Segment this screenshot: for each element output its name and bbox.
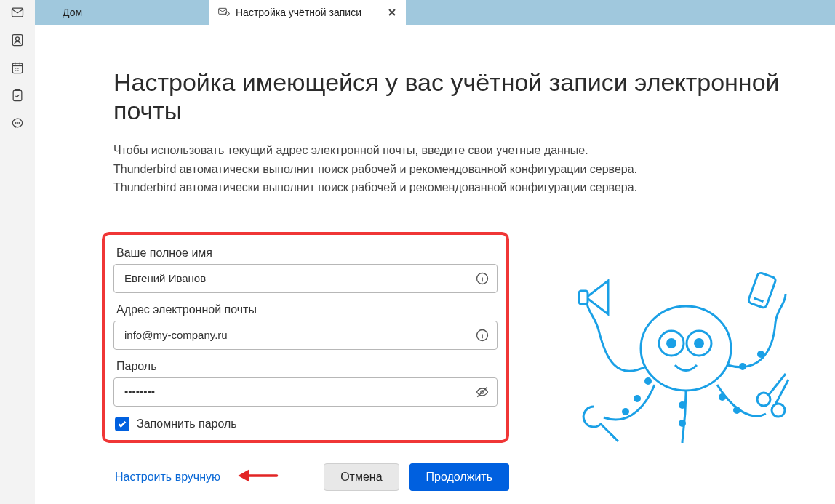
svg-point-31 — [772, 404, 785, 417]
page-description: Чтобы использовать текущий адрес электро… — [113, 141, 710, 197]
tab-account-setup[interactable]: Настройка учётной записи — [209, 0, 406, 25]
svg-rect-28 — [748, 272, 776, 308]
password-input[interactable] — [113, 377, 498, 407]
svg-rect-4 — [13, 90, 22, 100]
page-title: Настройка имеющейся у вас учётной записи… — [113, 68, 791, 125]
email-label: Адрес электронной почты — [113, 303, 498, 316]
octopus-illustration — [573, 265, 791, 447]
svg-rect-0 — [12, 8, 23, 17]
svg-point-25 — [739, 363, 746, 370]
svg-point-7 — [19, 123, 20, 124]
info-icon[interactable] — [474, 271, 490, 287]
remember-password-label: Запомнить пароль — [137, 417, 237, 431]
tasks-icon[interactable] — [7, 87, 28, 103]
svg-rect-1 — [12, 35, 22, 46]
svg-point-18 — [644, 377, 652, 385]
credentials-form: Ваше полное имя Адрес электронной почты — [102, 232, 509, 443]
manual-config-button[interactable]: Настроить вручную — [113, 466, 222, 488]
remember-password-checkbox[interactable]: Запомнить пароль — [113, 417, 498, 431]
addressbook-icon[interactable] — [7, 32, 28, 48]
svg-point-22 — [679, 420, 686, 427]
close-icon[interactable] — [387, 7, 397, 17]
svg-point-20 — [622, 408, 629, 415]
svg-point-6 — [17, 123, 17, 124]
svg-point-16 — [666, 338, 676, 348]
svg-point-5 — [15, 123, 16, 124]
email-input[interactable] — [113, 321, 498, 350]
info-icon[interactable] — [474, 327, 490, 343]
svg-point-24 — [733, 407, 740, 414]
svg-rect-8 — [219, 8, 227, 14]
nav-rail — [0, 0, 35, 504]
svg-point-23 — [719, 393, 726, 401]
attention-arrow-icon — [235, 468, 279, 486]
mail-gear-icon — [218, 7, 230, 19]
tab-home[interactable]: Дом — [35, 0, 209, 25]
svg-point-26 — [757, 351, 764, 358]
svg-rect-27 — [579, 291, 588, 304]
svg-point-21 — [679, 401, 686, 409]
cancel-button[interactable]: Отмена — [324, 463, 399, 491]
mail-icon[interactable] — [7, 4, 28, 20]
tab-account-setup-label: Настройка учётной записи — [236, 7, 361, 18]
eye-off-icon[interactable] — [474, 384, 490, 400]
name-label: Ваше полное имя — [113, 247, 498, 260]
password-label: Пароль — [113, 360, 498, 373]
tab-home-label: Дом — [63, 7, 82, 18]
svg-point-2 — [15, 37, 19, 41]
svg-point-17 — [694, 338, 704, 348]
calendar-icon[interactable] — [7, 60, 28, 76]
chat-icon[interactable] — [7, 115, 28, 131]
full-name-input[interactable] — [113, 264, 498, 293]
tab-bar: Дом Настройка учётной записи — [35, 0, 835, 25]
svg-point-19 — [634, 395, 641, 402]
svg-point-13 — [641, 306, 731, 391]
checkbox-checked-icon — [115, 417, 129, 431]
continue-button[interactable]: Продолжить — [409, 463, 509, 491]
